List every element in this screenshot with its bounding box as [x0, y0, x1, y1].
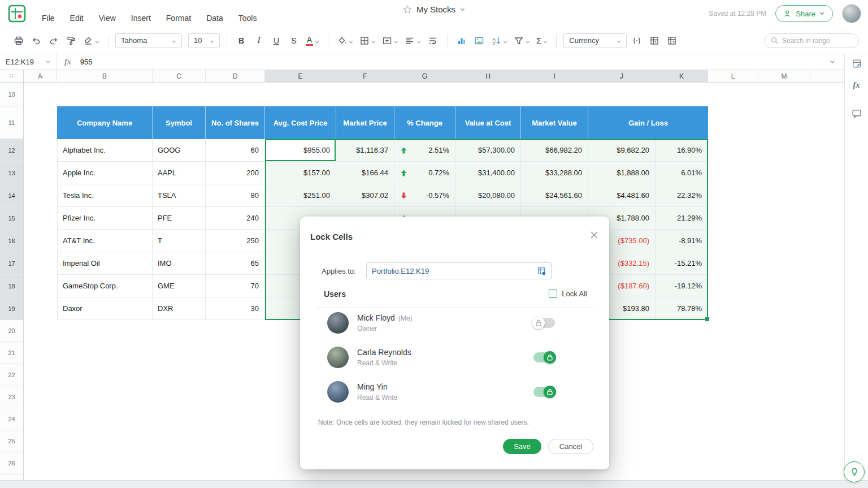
cell-company[interactable]: Tesla Inc.: [57, 184, 153, 207]
column-header-c[interactable]: C: [153, 70, 206, 82]
column-header-m[interactable]: M: [758, 70, 810, 82]
cell-value-at-cost[interactable]: $57,300.00: [455, 139, 521, 162]
row-header-10[interactable]: 10: [0, 83, 23, 106]
cell-gain-pct[interactable]: 6.01%: [656, 162, 708, 184]
row-header-25[interactable]: 25: [0, 430, 23, 452]
insert-chart-button[interactable]: [454, 33, 469, 49]
row-header-21[interactable]: 21: [0, 342, 23, 364]
undo-button[interactable]: [29, 33, 44, 49]
row-header-20[interactable]: 20: [0, 320, 23, 342]
cell-change[interactable]: -0.57%: [394, 184, 455, 207]
insert-cells-icon[interactable]: [647, 33, 662, 49]
column-header-a[interactable]: A: [24, 70, 57, 82]
font-size-select[interactable]: 10: [188, 33, 220, 48]
cell-shares[interactable]: 65: [206, 252, 265, 275]
select-all-corner[interactable]: [0, 70, 24, 83]
row-header-17[interactable]: 17: [0, 252, 23, 275]
cell-shares[interactable]: 30: [206, 297, 265, 320]
row-header-12[interactable]: 12: [0, 139, 23, 162]
lock-toggle-on[interactable]: [533, 352, 555, 362]
document-title[interactable]: My Stocks: [403, 5, 465, 14]
search-input[interactable]: [782, 37, 844, 45]
strikethrough-button[interactable]: S: [287, 33, 301, 49]
column-header-j[interactable]: J: [588, 70, 656, 82]
wrap-text-button[interactable]: [426, 33, 440, 49]
row-header-15[interactable]: 15: [0, 207, 23, 230]
cell-avg-cost[interactable]: $251.00: [265, 184, 336, 207]
cell-company[interactable]: AT&T Inc.: [57, 230, 153, 252]
print-button[interactable]: [11, 33, 26, 49]
cell-shares[interactable]: 240: [206, 207, 265, 230]
cell-shares[interactable]: 250: [206, 230, 265, 252]
filter-button[interactable]: [512, 33, 532, 49]
name-box[interactable]: E12:K19: [0, 54, 57, 70]
redo-button[interactable]: [46, 33, 61, 49]
cell-company[interactable]: Daxor: [57, 297, 153, 320]
cell-symbol[interactable]: TSLA: [153, 184, 206, 207]
row-header-23[interactable]: 23: [0, 386, 23, 408]
table-header[interactable]: Market Price: [336, 106, 394, 139]
share-button[interactable]: Share: [775, 5, 833, 22]
fill-color-button[interactable]: [335, 33, 355, 49]
table-header[interactable]: Avg. Cost Price: [265, 106, 336, 139]
column-header-g[interactable]: G: [394, 70, 455, 82]
column-header-e[interactable]: E: [265, 70, 336, 82]
cell-symbol[interactable]: PFE: [153, 207, 206, 230]
merge-cells-button[interactable]: [380, 33, 400, 49]
pivot-table-icon[interactable]: [665, 33, 679, 49]
cell-symbol[interactable]: GME: [153, 275, 206, 297]
menu-format[interactable]: Format: [166, 14, 191, 23]
lock-toggle-on[interactable]: [533, 387, 555, 397]
column-header-i[interactable]: I: [521, 70, 588, 82]
sum-button[interactable]: Σ: [535, 33, 549, 49]
cell-history-icon[interactable]: [851, 58, 862, 69]
menu-data[interactable]: Data: [206, 14, 223, 23]
column-header-b[interactable]: B: [57, 70, 153, 82]
bold-button[interactable]: B: [234, 33, 249, 49]
formula-input[interactable]: 955: [80, 58, 93, 66]
cell-market-price[interactable]: $166.44: [336, 162, 394, 184]
cell-symbol[interactable]: GOOG: [153, 139, 206, 162]
cell-symbol[interactable]: AAPL: [153, 162, 206, 184]
column-header-d[interactable]: D: [206, 70, 265, 82]
cell-symbol[interactable]: T: [153, 230, 206, 252]
cell-company[interactable]: Apple Inc.: [57, 162, 153, 184]
cell-gain-pct[interactable]: 78.78%: [656, 297, 708, 320]
assistant-button[interactable]: [844, 461, 865, 482]
collapse-formula-bar-icon[interactable]: [830, 60, 835, 64]
chevron-down-icon[interactable]: [460, 8, 465, 11]
cell-market-value[interactable]: $33,288.00: [521, 162, 588, 184]
sort-button[interactable]: AZ: [489, 33, 509, 49]
app-logo-icon[interactable]: [8, 5, 26, 23]
insert-image-button[interactable]: [472, 33, 487, 49]
cell-gain-pct[interactable]: -8.91%: [656, 230, 708, 252]
cell-company[interactable]: Imperial Oil: [57, 252, 153, 275]
table-header[interactable]: No. of Shares: [206, 106, 265, 139]
menu-edit[interactable]: Edit: [70, 14, 84, 23]
cell-avg-cost[interactable]: $157.00: [265, 162, 336, 184]
cell-gain-pct[interactable]: 22.32%: [656, 184, 708, 207]
comments-panel-icon[interactable]: [851, 108, 862, 119]
cancel-button[interactable]: Cancel: [548, 439, 593, 454]
table-header[interactable]: Symbol: [153, 106, 206, 139]
menu-insert[interactable]: Insert: [131, 14, 151, 23]
menu-view[interactable]: View: [99, 14, 116, 23]
row-header-19[interactable]: 19: [0, 297, 23, 320]
cell-change[interactable]: 2.51%: [394, 139, 455, 162]
row-header-16[interactable]: 16: [0, 230, 23, 252]
column-header-l[interactable]: L: [708, 70, 758, 82]
table-header[interactable]: Company Name: [57, 106, 153, 139]
functions-panel-icon[interactable]: fx: [853, 80, 860, 90]
cell-company[interactable]: Alphabet Inc.: [57, 139, 153, 162]
cell-gain-pct[interactable]: 21.29%: [656, 207, 708, 230]
font-color-button[interactable]: A: [304, 33, 321, 49]
close-icon[interactable]: [591, 231, 598, 239]
cell-gain[interactable]: $9,682.20: [588, 139, 656, 162]
column-header-k[interactable]: K: [656, 70, 708, 82]
cell-company[interactable]: Pfizer Inc.: [57, 207, 153, 230]
row-header-14[interactable]: 14: [0, 184, 23, 207]
row-header-22[interactable]: 22: [0, 364, 23, 386]
table-header[interactable]: Market Value: [521, 106, 588, 139]
cell-shares[interactable]: 60: [206, 139, 265, 162]
cell-shares[interactable]: 70: [206, 275, 265, 297]
